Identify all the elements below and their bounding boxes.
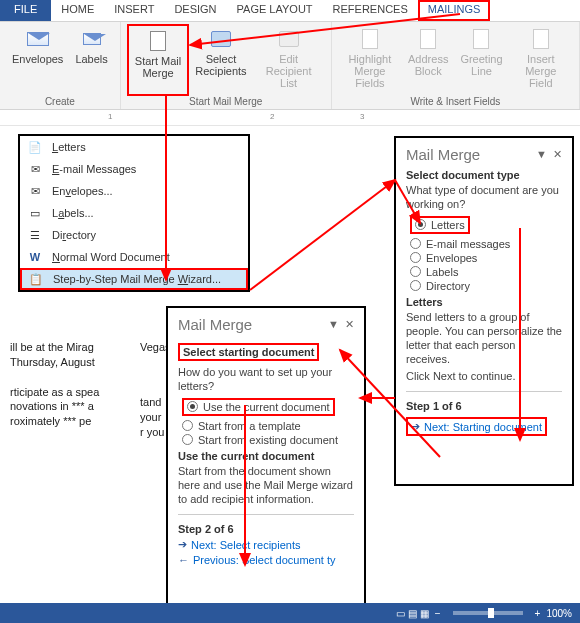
- insert-merge-field-button[interactable]: Insert Merge Field: [509, 24, 573, 96]
- arrow-left-icon: ←: [178, 554, 189, 566]
- select-recipients-button[interactable]: Select Recipients: [189, 24, 252, 96]
- labels-button[interactable]: Labels: [69, 24, 113, 96]
- radio-icon: [187, 401, 198, 412]
- pane-title: Mail Merge: [406, 146, 480, 163]
- ruler: 1 2 3: [0, 110, 580, 126]
- mail-merge-pane-step2: Mail Merge ▼ ✕ Select starting document …: [166, 306, 366, 614]
- labels-icon: ▭: [26, 205, 44, 221]
- pane-question: What type of document are you working on…: [406, 183, 562, 212]
- arrow-right-icon: ➔: [411, 420, 420, 433]
- greeting-line-button[interactable]: Greeting Line: [454, 24, 508, 96]
- highlight-merge-fields-button[interactable]: Highlight Merge Fields: [338, 24, 402, 96]
- section-use-current: Use the current document: [178, 450, 354, 462]
- radio-directory[interactable]: Directory: [410, 280, 562, 292]
- doc-text-line: r you: [140, 425, 164, 440]
- group-label-start: Start Mail Merge: [127, 96, 325, 108]
- radio-current-document[interactable]: Use the current document: [182, 398, 335, 416]
- dropdown-wizard[interactable]: 📋Step-by-Step Mail Merge Wizard...: [20, 268, 248, 290]
- insert-merge-field-icon: [527, 27, 555, 51]
- tab-mailings[interactable]: MAILINGS: [418, 0, 491, 21]
- group-label-write: Write & Insert Fields: [338, 96, 573, 108]
- pane-description: Send letters to a group of people. You c…: [406, 310, 562, 367]
- pane-title: Mail Merge: [178, 316, 252, 333]
- dropdown-email[interactable]: ✉E-mail Messages: [20, 158, 248, 180]
- radio-icon: [182, 420, 193, 431]
- mail-merge-pane-step1: Mail Merge ▼ ✕ Select document type What…: [394, 136, 574, 486]
- dropdown-normal-document[interactable]: WNormal Word Document: [20, 246, 248, 268]
- zoom-level[interactable]: 100%: [546, 608, 572, 619]
- envelope-icon: ✉: [26, 183, 44, 199]
- radio-template[interactable]: Start from a template: [182, 420, 354, 432]
- word-icon: W: [26, 249, 44, 265]
- section-letters: Letters: [406, 296, 562, 308]
- tab-design[interactable]: DESIGN: [164, 0, 226, 21]
- radio-labels[interactable]: Labels: [410, 266, 562, 278]
- wizard-icon: 📋: [27, 271, 45, 287]
- pane-click-next: Click Next to continue.: [406, 369, 562, 383]
- dropdown-labels[interactable]: ▭Labels...: [20, 202, 248, 224]
- group-write-insert: Highlight Merge Fields Address Block Gre…: [332, 22, 580, 109]
- tab-file[interactable]: FILE: [0, 0, 51, 21]
- step-indicator: Step 1 of 6: [406, 400, 562, 412]
- doc-text-line: Thursday, August: [10, 355, 180, 370]
- edit-recipient-list-button[interactable]: Edit Recipient List: [253, 24, 325, 96]
- radio-email[interactable]: E-mail messages: [410, 238, 562, 250]
- status-bar: ▭ ▤ ▦ − + 100%: [0, 603, 580, 623]
- pane-close-icon[interactable]: ✕: [345, 318, 354, 330]
- start-mail-merge-button[interactable]: Start Mail Merge: [127, 24, 189, 96]
- zoom-in-button[interactable]: +: [535, 608, 541, 619]
- pane-close-icon[interactable]: ✕: [553, 148, 562, 160]
- group-start-mail-merge: Start Mail Merge Select Recipients Edit …: [121, 22, 332, 109]
- radio-icon: [182, 434, 193, 445]
- edit-recipient-list-icon: [275, 27, 303, 51]
- radio-existing[interactable]: Start from existing document: [182, 434, 354, 446]
- directory-icon: ☰: [26, 227, 44, 243]
- radio-icon: [410, 238, 421, 249]
- document-body[interactable]: 171 ill be at the Mirag Vegas Thursday, …: [10, 340, 180, 429]
- pane-description: Start from the document shown here and u…: [178, 464, 354, 507]
- address-block-button[interactable]: Address Block: [402, 24, 454, 96]
- group-label-create: Create: [6, 96, 114, 108]
- arrow-right-icon: ➔: [178, 538, 187, 551]
- ruler-mark-2: 2: [270, 112, 274, 121]
- radio-envelopes[interactable]: Envelopes: [410, 252, 562, 264]
- labels-icon: [78, 27, 106, 51]
- view-icons[interactable]: ▭ ▤ ▦: [396, 608, 429, 619]
- select-recipients-icon: [207, 27, 235, 51]
- radio-icon: [410, 280, 421, 291]
- radio-icon: [415, 219, 426, 230]
- pane-dropdown-icon[interactable]: ▼: [536, 148, 547, 160]
- group-create: Envelopes Labels Create: [0, 22, 121, 109]
- tab-home[interactable]: HOME: [51, 0, 104, 21]
- email-icon: ✉: [26, 161, 44, 177]
- envelopes-button[interactable]: Envelopes: [6, 24, 69, 96]
- ribbon-tabs: FILE HOME INSERT DESIGN PAGE LAYOUT REFE…: [0, 0, 580, 22]
- radio-icon: [410, 252, 421, 263]
- section-select-doc-type: Select document type: [406, 169, 562, 181]
- radio-letters[interactable]: Letters: [410, 216, 470, 234]
- doc-text-line: your: [140, 410, 161, 425]
- dropdown-envelopes[interactable]: ✉Envelopes...: [20, 180, 248, 202]
- start-mail-merge-icon: [144, 29, 172, 53]
- dropdown-directory[interactable]: ☰Directory: [20, 224, 248, 246]
- next-select-recipients-link[interactable]: ➔Next: Select recipients: [178, 538, 354, 551]
- pane-question: How do you want to set up your letters?: [178, 365, 354, 394]
- next-starting-document-link[interactable]: ➔Next: Starting document: [406, 417, 547, 436]
- tab-page-layout[interactable]: PAGE LAYOUT: [227, 0, 323, 21]
- greeting-line-icon: [467, 27, 495, 51]
- zoom-out-button[interactable]: −: [435, 608, 441, 619]
- envelope-icon: [24, 27, 52, 51]
- ruler-mark-3: 3: [360, 112, 364, 121]
- tab-insert[interactable]: INSERT: [104, 0, 164, 21]
- section-select-starting-doc: Select starting document: [178, 343, 319, 361]
- tab-references[interactable]: REFERENCES: [323, 0, 418, 21]
- previous-link[interactable]: ←Previous: Select document ty: [178, 554, 354, 566]
- step-indicator: Step 2 of 6: [178, 523, 354, 535]
- address-block-icon: [414, 27, 442, 51]
- zoom-slider[interactable]: [453, 611, 523, 615]
- doc-text-line: tand: [140, 395, 161, 410]
- ribbon: Envelopes Labels Create Start Mail Merge…: [0, 22, 580, 110]
- letter-icon: 📄: [26, 139, 44, 155]
- dropdown-letters[interactable]: 📄Letters: [20, 136, 248, 158]
- pane-dropdown-icon[interactable]: ▼: [328, 318, 339, 330]
